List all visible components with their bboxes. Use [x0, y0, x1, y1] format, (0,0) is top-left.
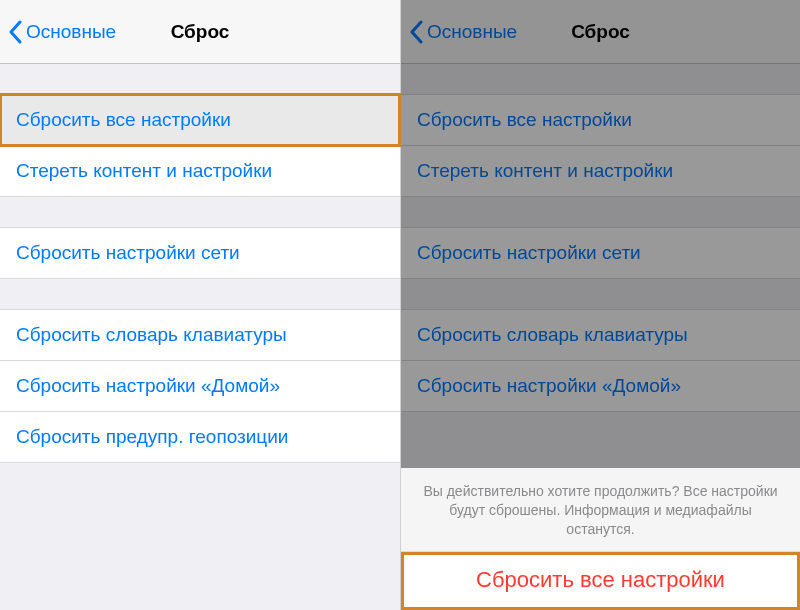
action-sheet-message: Вы действительно хотите продолжить? Все … [401, 468, 800, 552]
cell-reset-home[interactable]: Сбросить настройки «Домой» [0, 361, 400, 412]
back-button[interactable]: Основные [8, 20, 116, 44]
cell-erase-content[interactable]: Стереть контент и настройки [0, 146, 400, 197]
chevron-left-icon [8, 20, 22, 44]
cell-reset-all-settings[interactable]: Сбросить все настройки [0, 94, 400, 146]
action-sheet-confirm-button[interactable]: Сбросить все настройки [401, 552, 800, 610]
cell-reset-keyboard[interactable]: Сбросить словарь клавиатуры [0, 309, 400, 361]
group-2: Сбросить настройки сети [0, 227, 400, 279]
action-sheet: Вы действительно хотите продолжить? Все … [401, 468, 800, 610]
screen-confirm-sheet: Основные Сброс Сбросить все настройки Ст… [400, 0, 800, 610]
back-label: Основные [26, 21, 116, 43]
screen-reset-list: Основные Сброс Сбросить все настройки Ст… [0, 0, 400, 610]
group-3: Сбросить словарь клавиатуры Сбросить нас… [0, 309, 400, 463]
cell-reset-location[interactable]: Сбросить предупр. геопозиции [0, 412, 400, 463]
group-1: Сбросить все настройки Стереть контент и… [0, 94, 400, 197]
action-sheet-card: Вы действительно хотите продолжить? Все … [401, 468, 800, 610]
navbar: Основные Сброс [0, 0, 400, 64]
cell-reset-network[interactable]: Сбросить настройки сети [0, 227, 400, 279]
